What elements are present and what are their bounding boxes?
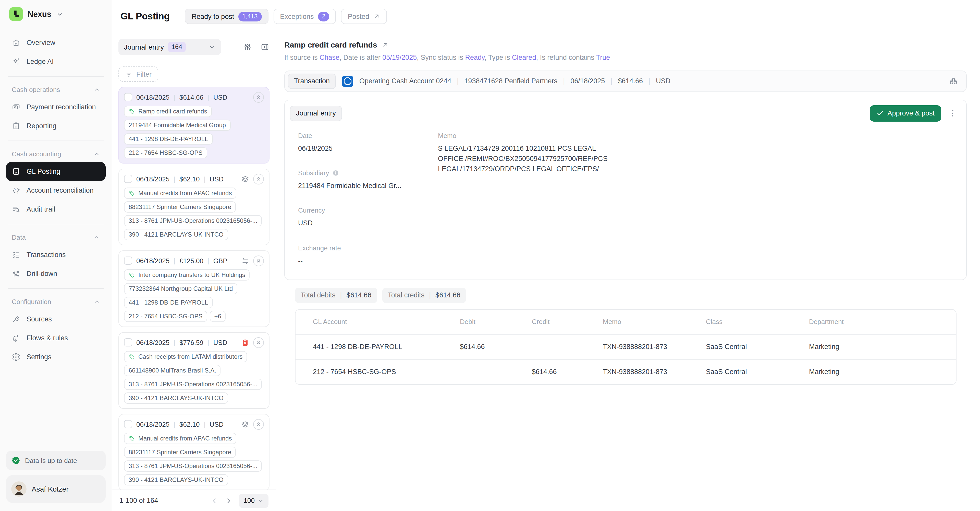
settings-icon bbox=[12, 353, 21, 361]
page-size-value: 100 bbox=[244, 497, 255, 505]
tab-posted[interactable]: Posted bbox=[341, 9, 387, 24]
drilldown-icon bbox=[12, 269, 21, 278]
entry-amount: $62.10 bbox=[180, 175, 200, 183]
cell-department: Marketing bbox=[809, 368, 956, 376]
sources-icon bbox=[12, 315, 21, 323]
checkbox[interactable] bbox=[124, 420, 132, 428]
field-memo: Memo S LEGAL/17134729 200116 10210811 PC… bbox=[438, 132, 953, 192]
chevron-down-icon bbox=[208, 43, 215, 51]
sidebar-item-transactions[interactable]: Transactions bbox=[6, 245, 106, 264]
tag-chip: Manual credits from APAC refunds bbox=[124, 433, 236, 444]
page-size-select[interactable]: 100 bbox=[239, 493, 269, 508]
assignee-avatar bbox=[253, 174, 264, 184]
field-currency: Currency USD bbox=[298, 207, 438, 229]
list-toolbar: Journal entry 164 bbox=[112, 33, 275, 61]
transactions-icon bbox=[12, 251, 21, 259]
svg-text:B: B bbox=[17, 191, 18, 194]
filter-button[interactable]: Filter bbox=[118, 66, 158, 82]
column-header: Class bbox=[706, 318, 809, 326]
open-rule-icon[interactable] bbox=[382, 41, 389, 48]
tag-chip: 441 - 1298 DB-DE-PAYROLL bbox=[124, 297, 213, 308]
sidebar-nav-top: Overview Ledge AI bbox=[6, 33, 106, 71]
audit-icon bbox=[12, 205, 21, 214]
column-header: Debit bbox=[460, 318, 532, 326]
person-icon bbox=[255, 94, 262, 101]
filter-icon bbox=[125, 70, 133, 78]
workspace-switcher[interactable]: Nexus bbox=[9, 7, 103, 21]
tag-chip: Ramp credit card refunds bbox=[124, 106, 212, 117]
journal-entry-card[interactable]: 06/18/2025 | $62.10 | USD Manual credits… bbox=[118, 414, 269, 490]
entry-amount: $614.66 bbox=[180, 93, 204, 101]
user-menu[interactable]: Asaf Kotzer bbox=[6, 475, 106, 503]
collapse-panel-icon[interactable] bbox=[260, 42, 269, 52]
person-icon bbox=[255, 339, 262, 346]
check-icon bbox=[876, 110, 884, 117]
sidebar-item-payment-reconciliation[interactable]: Payment reconciliation bbox=[6, 97, 106, 117]
chevron-up-icon bbox=[94, 86, 100, 93]
tab-exceptions[interactable]: Exceptions 2 bbox=[273, 9, 336, 24]
column-header: Memo bbox=[603, 318, 706, 326]
sidebar-footer: Data is up to date Asaf Kotzer bbox=[6, 451, 106, 503]
tag-icon bbox=[129, 108, 135, 115]
sidebar-section-header[interactable]: Cash accounting bbox=[6, 146, 106, 162]
checkbox[interactable] bbox=[124, 93, 132, 101]
tag-chip: 88231117 Sprinter Carriers Singapore bbox=[124, 447, 236, 458]
workspace-name: Nexus bbox=[27, 10, 51, 19]
layers-icon bbox=[241, 420, 250, 428]
sidebar-section-header[interactable]: Configuration bbox=[6, 294, 106, 310]
sidebar-item-drill-down[interactable]: Drill-down bbox=[6, 264, 106, 283]
entry-date: 06/18/2025 bbox=[136, 93, 169, 101]
cell-department: Marketing bbox=[809, 343, 956, 351]
entry-type-select[interactable]: Journal entry 164 bbox=[118, 39, 221, 55]
prev-page-icon[interactable] bbox=[210, 497, 219, 505]
checkbox[interactable] bbox=[124, 338, 132, 347]
sidebar-item-flows-rules[interactable]: Flows & rules bbox=[6, 329, 106, 348]
checkbox[interactable] bbox=[124, 175, 132, 183]
approve-post-label: Approve & post bbox=[887, 110, 935, 117]
sidebar-item-reporting[interactable]: Reporting bbox=[6, 117, 106, 136]
detail-panel: Ramp credit card refunds If source is Ch… bbox=[276, 33, 980, 511]
gl-table-row[interactable]: 441 - 1298 DB-DE-PAYROLL$614.66TXN-93888… bbox=[296, 334, 956, 359]
sync-status: Data is up to date bbox=[6, 451, 106, 470]
sidebar-item-gl-posting[interactable]: GL Posting bbox=[6, 162, 106, 181]
sidebar-section-header[interactable]: Cash operations bbox=[6, 82, 106, 97]
journal-entry-card[interactable]: 06/18/2025 | £125.00 | GBP Inter company… bbox=[118, 251, 269, 327]
sidebar-section-header[interactable]: Data bbox=[6, 230, 106, 245]
journal-entry-card[interactable]: 06/18/2025 | $776.59 | USD Cash receipts… bbox=[118, 332, 269, 409]
next-page-icon[interactable] bbox=[225, 497, 233, 505]
divider bbox=[8, 224, 103, 224]
page-header: GL Posting Ready to post 1,413 Exception… bbox=[112, 0, 980, 33]
tag-icon bbox=[129, 190, 135, 196]
journal-entry-card[interactable]: 06/18/2025 | $62.10 | USD Manual credits… bbox=[118, 169, 269, 245]
transaction-chip: Transaction bbox=[288, 73, 336, 89]
entry-currency: USD bbox=[210, 420, 224, 428]
assignee-avatar bbox=[253, 255, 264, 266]
gl-table-row[interactable]: 212 - 7654 HSBC-SG-OPS$614.66TXN-9388882… bbox=[296, 359, 956, 384]
pagination-bar: 1-100 of 164 100 bbox=[112, 490, 275, 511]
more-actions-icon[interactable] bbox=[948, 109, 958, 118]
verified-check-icon bbox=[11, 456, 21, 465]
tab-count-badge: 2 bbox=[318, 11, 329, 21]
gl-icon bbox=[12, 167, 21, 176]
person-icon bbox=[255, 421, 262, 428]
tag-chip: 88231117 Sprinter Carriers Singapore bbox=[124, 201, 236, 212]
tag-icon bbox=[129, 271, 135, 278]
cell-account: 212 - 7654 HSBC-SG-OPS bbox=[313, 368, 460, 376]
tab-ready-to-post[interactable]: Ready to post 1,413 bbox=[185, 9, 269, 24]
sidebar-item-sources[interactable]: Sources bbox=[6, 310, 106, 329]
chevron-down-icon bbox=[258, 497, 264, 504]
transaction-segment: Operating Cash Account 0244 bbox=[360, 77, 451, 85]
journal-entry-chip: Journal entry bbox=[290, 106, 342, 121]
checkbox[interactable] bbox=[124, 257, 132, 265]
journal-entry-card[interactable]: 06/18/2025 | $614.66 | USD Ramp credit c… bbox=[118, 87, 269, 163]
sidebar-item-settings[interactable]: Settings bbox=[6, 348, 106, 366]
display-settings-icon[interactable] bbox=[243, 42, 252, 52]
cell-account: 441 - 1298 DB-DE-PAYROLL bbox=[313, 343, 460, 351]
sidebar-item-overview[interactable]: Overview bbox=[6, 33, 106, 52]
approve-post-button[interactable]: Approve & post bbox=[870, 105, 941, 121]
sidebar-item-account-reconciliation[interactable]: AB Account reconciliation bbox=[6, 181, 106, 200]
cell-memo: TXN-938888201-873 bbox=[603, 343, 706, 351]
sidebar-item-ledge-ai[interactable]: Ledge AI bbox=[6, 52, 106, 71]
binoculars-icon[interactable] bbox=[948, 76, 959, 86]
sidebar-item-audit-trail[interactable]: Audit trail bbox=[6, 200, 106, 219]
